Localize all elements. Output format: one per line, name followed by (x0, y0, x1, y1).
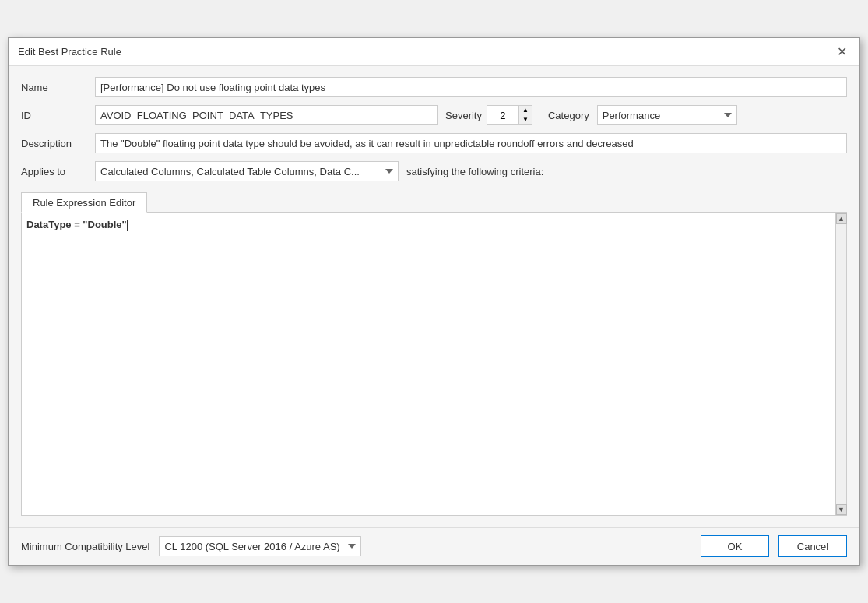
severity-label: Severity (445, 110, 482, 121)
severity-input-wrap: ▲ ▼ (487, 105, 532, 125)
tab-section: Rule Expression Editor DataType = "Doubl… (21, 192, 847, 516)
applies-row: Applies to Calculated Columns, Calculate… (21, 161, 847, 181)
ok-button[interactable]: OK (701, 535, 769, 557)
id-label: ID (21, 110, 87, 121)
name-input[interactable] (95, 77, 847, 97)
name-row: Name (21, 77, 847, 97)
id-severity-row: ID Severity ▲ ▼ Category Performance DAX… (21, 105, 847, 125)
text-cursor (127, 220, 128, 231)
severity-input[interactable] (487, 106, 518, 124)
editor-content[interactable]: DataType = "Double" (26, 218, 842, 233)
applies-label: Applies to (21, 166, 87, 177)
applies-select[interactable]: Calculated Columns, Calculated Table Col… (95, 161, 399, 181)
tab-rule-expression-editor[interactable]: Rule Expression Editor (21, 192, 147, 213)
dialog-title: Edit Best Practice Rule (18, 46, 121, 58)
description-row: Description (21, 133, 847, 153)
severity-spinners: ▲ ▼ (518, 106, 532, 124)
id-input[interactable] (95, 105, 438, 125)
compat-label: Minimum Compatibility Level (21, 541, 149, 552)
close-button[interactable]: ✕ (833, 44, 850, 61)
scroll-up-button[interactable]: ▲ (836, 213, 847, 224)
category-select[interactable]: Performance DAX Expressions Error Preven… (597, 105, 737, 125)
tab-header: Rule Expression Editor (21, 192, 847, 212)
satisfying-text: satisfying the following criteria: (406, 166, 543, 177)
severity-group: Severity ▲ ▼ (445, 105, 532, 125)
severity-down-button[interactable]: ▼ (519, 115, 532, 124)
scroll-down-button[interactable]: ▼ (836, 504, 847, 515)
description-input[interactable] (95, 133, 847, 153)
category-label: Category (548, 110, 589, 121)
cancel-button[interactable]: Cancel (778, 535, 847, 557)
bottom-bar: Minimum Compatibility Level CL 1200 (SQL… (9, 527, 859, 565)
scrollbar-track[interactable] (836, 224, 846, 504)
dialog-body: Name ID Severity ▲ ▼ Category Performanc… (9, 66, 859, 527)
editor-text: DataType = "Double" (26, 219, 127, 230)
severity-up-button[interactable]: ▲ (519, 106, 532, 115)
compat-select[interactable]: CL 1200 (SQL Server 2016 / Azure AS) CL … (159, 536, 361, 556)
title-bar: Edit Best Practice Rule ✕ (9, 38, 859, 66)
description-label: Description (21, 138, 87, 149)
tab-label: Rule Expression Editor (33, 197, 135, 209)
name-label: Name (21, 82, 87, 93)
vertical-scrollbar: ▲ ▼ (835, 213, 846, 515)
edit-rule-dialog: Edit Best Practice Rule ✕ Name ID Severi… (8, 37, 860, 566)
tab-content: DataType = "Double" ▲ ▼ (21, 212, 847, 516)
